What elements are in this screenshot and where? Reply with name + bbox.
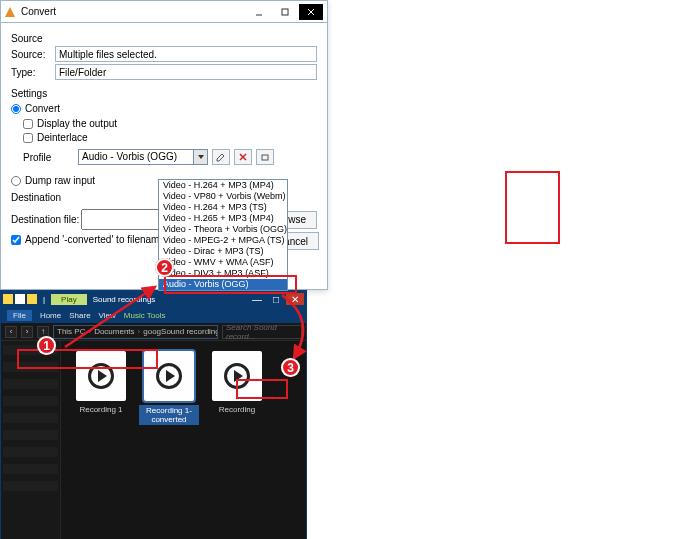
file-explorer-window: | Play Sound recordings — □ ✕ File Home … bbox=[0, 290, 307, 539]
profile-dropdown[interactable]: Audio - Vorbis (OGG) bbox=[78, 149, 208, 165]
highlight-profile-dropdown bbox=[164, 275, 297, 294]
source-label: Source: bbox=[11, 49, 55, 60]
profile-option[interactable]: Video - MPEG-2 + MPGA (TS) bbox=[159, 235, 287, 246]
ribbon-tab-file[interactable]: File bbox=[7, 310, 32, 321]
crumb[interactable]: Documents bbox=[94, 327, 134, 336]
type-label: Type: bbox=[11, 67, 55, 78]
nav-back-button[interactable]: ‹ bbox=[5, 326, 17, 338]
file-name: Recording 1-converted bbox=[139, 405, 199, 425]
ribbon-tabs: File Home Share View Music Tools bbox=[1, 307, 306, 323]
ribbon-tab-view[interactable]: View bbox=[99, 311, 116, 320]
explorer-title: Sound recordings bbox=[93, 295, 248, 304]
search-input[interactable]: Search Sound record... bbox=[222, 325, 302, 339]
display-output-label: Display the output bbox=[37, 118, 117, 129]
convert-radio-label: Convert bbox=[25, 103, 60, 114]
profile-label: Profile bbox=[23, 152, 78, 163]
svg-rect-1 bbox=[282, 9, 288, 15]
ribbon-tab-home[interactable]: Home bbox=[40, 311, 61, 320]
nav-forward-button[interactable]: › bbox=[21, 326, 33, 338]
dump-raw-label: Dump raw input bbox=[25, 175, 95, 186]
crumb[interactable]: This PC bbox=[57, 327, 85, 336]
window-title: Convert bbox=[21, 6, 245, 17]
nav-item[interactable] bbox=[3, 464, 58, 474]
source-field[interactable] bbox=[55, 46, 317, 62]
ribbon-tab-share[interactable]: Share bbox=[69, 311, 90, 320]
append-converted-checkbox[interactable] bbox=[11, 235, 21, 245]
quick-access-icons bbox=[3, 294, 37, 304]
profile-selected-value: Audio - Vorbis (OGG) bbox=[79, 150, 193, 164]
new-profile-button[interactable] bbox=[256, 149, 274, 165]
step-badge-1: 1 bbox=[37, 336, 56, 355]
edit-profile-button[interactable] bbox=[212, 149, 230, 165]
dump-raw-radio[interactable] bbox=[11, 176, 21, 186]
nav-item[interactable] bbox=[3, 396, 58, 406]
explorer-close-button[interactable]: ✕ bbox=[286, 293, 304, 305]
breadcrumb[interactable]: This PC› Documents› googSound recordings bbox=[53, 325, 218, 339]
nav-item[interactable] bbox=[3, 481, 58, 491]
ribbon-tab-music-tools[interactable]: Music Tools bbox=[124, 311, 166, 320]
delete-profile-button[interactable] bbox=[234, 149, 252, 165]
display-output-checkbox[interactable] bbox=[23, 119, 33, 129]
highlight-converted-file bbox=[505, 171, 560, 244]
profile-option[interactable]: Video - Theora + Vorbis (OGG) bbox=[159, 224, 287, 235]
crumb[interactable]: Sound recordings bbox=[161, 327, 218, 336]
highlight-append-checkbox bbox=[17, 349, 158, 369]
source-heading: Source bbox=[11, 33, 317, 44]
vlc-cone-icon bbox=[5, 7, 15, 17]
highlight-start-button bbox=[236, 379, 288, 399]
profile-option[interactable]: Video - VP80 + Vorbis (Webm) bbox=[159, 191, 287, 202]
nav-item[interactable] bbox=[3, 430, 58, 440]
deinterlace-checkbox[interactable] bbox=[23, 133, 33, 143]
vlc-titlebar: Convert bbox=[1, 1, 327, 23]
play-context-tab[interactable]: Play bbox=[51, 294, 87, 305]
vlc-convert-dialog: Convert Source Source: Type: Settings Co… bbox=[0, 0, 328, 290]
nav-item[interactable] bbox=[3, 379, 58, 389]
profile-option[interactable]: Video - H.265 + MP3 (MP4) bbox=[159, 213, 287, 224]
profile-option[interactable]: Video - H.264 + MP3 (MP4) bbox=[159, 180, 287, 191]
settings-heading: Settings bbox=[11, 88, 317, 99]
type-field[interactable] bbox=[55, 64, 317, 80]
step-badge-3: 3 bbox=[281, 358, 300, 377]
deinterlace-label: Deinterlace bbox=[37, 132, 88, 143]
nav-item[interactable] bbox=[3, 447, 58, 457]
profile-option[interactable]: Video - Dirac + MP3 (TS) bbox=[159, 246, 287, 257]
dest-file-label: Destination file: bbox=[11, 214, 81, 225]
maximize-button[interactable] bbox=[273, 4, 297, 20]
file-name: Recording bbox=[219, 405, 255, 414]
explorer-maximize-button[interactable]: □ bbox=[267, 293, 285, 305]
file-content-pane[interactable]: Recording 1 Recording 1-converted Record… bbox=[61, 341, 306, 539]
svg-rect-6 bbox=[262, 155, 268, 160]
nav-item[interactable] bbox=[3, 413, 58, 423]
append-converted-label: Append '-converted' to filename bbox=[25, 234, 165, 245]
step-badge-2: 2 bbox=[155, 258, 174, 277]
profile-option[interactable]: Video - H.264 + MP3 (TS) bbox=[159, 202, 287, 213]
explorer-minimize-button[interactable]: — bbox=[248, 293, 266, 305]
profile-option[interactable]: Video - WMV + WMA (ASF) bbox=[159, 257, 287, 268]
minimize-button[interactable] bbox=[247, 4, 271, 20]
convert-radio[interactable] bbox=[11, 104, 21, 114]
chevron-down-icon bbox=[193, 150, 207, 164]
file-name: Recording 1 bbox=[79, 405, 122, 414]
close-button[interactable] bbox=[299, 4, 323, 20]
nav-pane[interactable] bbox=[1, 341, 61, 539]
